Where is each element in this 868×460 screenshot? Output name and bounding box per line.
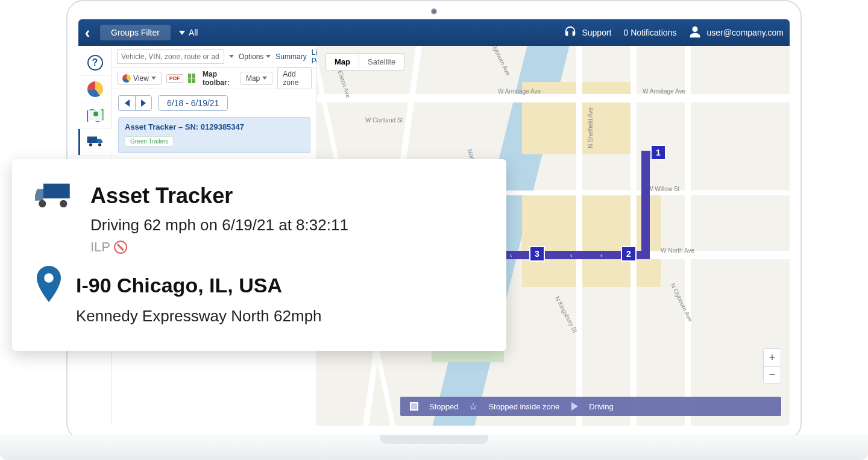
asset-title: Asset Tracker – SN: 0129385347	[125, 122, 304, 131]
date-navigator: 6/18 - 6/19/21	[112, 89, 316, 117]
map-tab-satellite[interactable]: Satellite	[359, 54, 404, 70]
notifications-label: 0 Notifications	[624, 28, 677, 37]
laptop-base	[0, 435, 868, 460]
grid-icon[interactable]	[188, 74, 195, 83]
user-email: user@company.com	[706, 28, 784, 37]
chevron-left-icon	[85, 25, 90, 41]
legend-stopped-label: Stopped	[429, 402, 458, 411]
svg-point-5	[60, 200, 67, 207]
zoom-out-button[interactable]: −	[764, 366, 781, 383]
summary-link[interactable]: Summary	[275, 52, 306, 61]
map-tab-map[interactable]: Map	[326, 54, 359, 70]
view-toolbar: View PDF Map toolbar: Map Add zone	[112, 68, 316, 89]
city-block	[522, 191, 661, 287]
groups-all-label: All	[189, 28, 198, 37]
legend-stopped-icon	[410, 402, 418, 411]
triangle-right-icon	[141, 99, 146, 107]
asset-group-tag: Green Trailers	[125, 136, 174, 147]
date-range-picker[interactable]: 6/18 - 6/19/21	[158, 95, 228, 111]
nav-help[interactable]: ?	[78, 49, 112, 76]
street-label: W North Ave	[661, 247, 694, 254]
triangle-down-icon	[179, 31, 185, 35]
svg-point-2	[98, 143, 101, 146]
overlay-title: Asset Tracker	[90, 183, 233, 209]
map-legend: Stopped ☆ Stopped inside zone Driving	[400, 397, 781, 416]
add-zone-button[interactable]: Add zone	[277, 68, 312, 89]
map-marker-1[interactable]: 1	[650, 145, 666, 160]
map-marker-3[interactable]: 3	[529, 246, 545, 262]
pie-chart-icon	[87, 81, 103, 97]
svg-point-6	[44, 273, 54, 283]
svg-rect-3	[43, 184, 70, 199]
street-label: N Sheffield Ave	[587, 107, 594, 148]
legend-stopped-zone-label: Stopped inside zone	[488, 402, 559, 411]
laptop-camera	[431, 8, 437, 14]
prohibited-icon	[114, 241, 127, 254]
options-dropdown[interactable]: Options	[239, 52, 271, 61]
truck-icon	[86, 134, 104, 150]
asset-detail-overlay: Asset Tracker Driving 62 mph on 6/19/21 …	[12, 159, 506, 351]
headset-icon	[564, 25, 577, 40]
triangle-left-icon	[125, 99, 130, 107]
map-type-dropdown[interactable]: Map	[241, 72, 272, 85]
date-prev-button[interactable]	[118, 95, 135, 111]
street-label: N Clybourn Ave	[488, 46, 512, 77]
user-icon	[688, 25, 702, 40]
route-segment	[641, 151, 650, 259]
zoom-control: + −	[763, 348, 781, 383]
nav-map[interactable]	[78, 102, 112, 129]
nav-fleet[interactable]	[78, 129, 112, 156]
notifications-link[interactable]: 0 Notifications	[624, 28, 677, 37]
support-link[interactable]: Support	[564, 25, 611, 40]
support-label: Support	[582, 28, 611, 37]
road	[631, 46, 637, 426]
street-label: W Cortland St	[365, 117, 403, 124]
legend-driving-label: Driving	[589, 402, 613, 411]
zoom-in-button[interactable]: +	[764, 349, 781, 366]
date-next-button[interactable]	[135, 95, 152, 111]
street-label: N Kingsbury St	[554, 295, 579, 333]
search-toolbar: Options Summary Live Positions	[112, 46, 316, 68]
street-label: W Willow St	[647, 186, 679, 192]
road	[685, 46, 691, 426]
back-button[interactable]	[78, 19, 96, 46]
export-pdf-button[interactable]: PDF	[166, 74, 183, 83]
overlay-ilp-row: ILP	[90, 239, 483, 255]
top-bar: Groups Filter All Support 0 Notification…	[78, 19, 790, 46]
vehicle-search-input[interactable]	[117, 49, 224, 64]
road	[576, 46, 582, 426]
legend-star-icon: ☆	[469, 401, 477, 412]
overlay-location-title: I-90 Chicago, IL, USA	[76, 274, 282, 297]
nav-dashboard[interactable]	[78, 76, 112, 102]
asset-header-card[interactable]: Asset Tracker – SN: 0129385347 Green Tra…	[118, 117, 310, 153]
map-marker-2[interactable]: 2	[621, 246, 637, 262]
map-type-switch: Map Satellite	[326, 53, 404, 71]
map-toolbar-label: Map toolbar:	[203, 70, 236, 87]
help-icon: ?	[87, 55, 103, 71]
legend-driving-icon	[571, 402, 578, 411]
map-icon	[87, 109, 104, 122]
view-dropdown[interactable]: View	[117, 72, 162, 85]
pie-chart-icon	[122, 74, 131, 83]
svg-rect-0	[87, 136, 97, 143]
location-pin-icon	[35, 266, 63, 304]
overlay-status-line: Driving 62 mph on 6/19/21 at 8:32:11	[90, 216, 483, 235]
svg-point-4	[39, 200, 46, 207]
truck-icon	[35, 180, 77, 212]
search-dropdown-icon[interactable]	[229, 55, 234, 58]
road	[317, 94, 790, 102]
street-label: W Armitage Ave	[498, 88, 541, 95]
street-label: W Armitage Ave	[643, 88, 685, 95]
groups-filter-button[interactable]: Groups Filter	[100, 25, 171, 40]
overlay-location-sub: Kennedy Expressway North 62mph	[76, 307, 483, 326]
user-menu[interactable]: user@company.com	[688, 25, 784, 40]
groups-all-toggle[interactable]: All	[179, 28, 198, 37]
overlay-ilp-label: ILP	[90, 239, 110, 255]
svg-point-1	[89, 143, 92, 146]
